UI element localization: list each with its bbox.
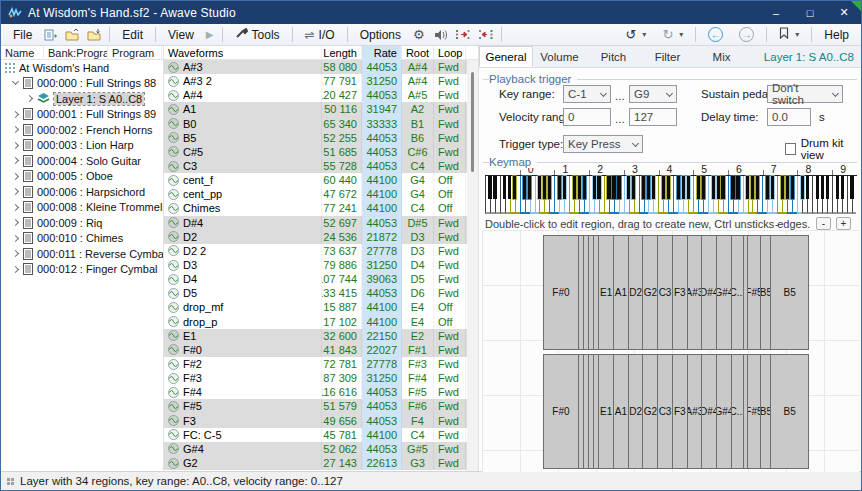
tree-expander-icon[interactable] xyxy=(12,126,19,133)
tab-pitch[interactable]: Pitch xyxy=(587,46,641,67)
black-key[interactable] xyxy=(513,176,516,199)
black-key[interactable] xyxy=(528,176,531,199)
tree-expander-icon[interactable] xyxy=(12,266,19,273)
piano-keymap[interactable] xyxy=(485,175,857,214)
region-segment[interactable]: C... xyxy=(731,236,743,349)
region-editor-grid[interactable]: F#0E1A1D2G2C3F3A#3D#4G#4C...F#5B5B5 F#0E… xyxy=(482,230,859,472)
table-row[interactable]: A150 11631947A2Fwd xyxy=(164,102,478,116)
black-key[interactable] xyxy=(677,176,680,199)
gear-icon[interactable]: ⚙ xyxy=(409,25,429,44)
table-row[interactable]: Chimes77 24144100C4Off xyxy=(164,201,478,215)
tree-expander-icon[interactable] xyxy=(26,95,33,102)
tree-item[interactable]: 000:006 : Harpsichord xyxy=(1,184,163,200)
black-key[interactable] xyxy=(538,176,541,199)
tree-item[interactable]: 000:003 : Lion Harp xyxy=(1,138,163,154)
black-key[interactable] xyxy=(667,176,670,199)
tab-mix[interactable]: Mix xyxy=(695,46,749,67)
drum-kit-view-checkbox[interactable]: Drum kit view xyxy=(785,137,861,161)
black-key[interactable] xyxy=(717,176,720,199)
black-key[interactable] xyxy=(721,176,724,199)
region-segment[interactable]: B5 xyxy=(770,355,808,468)
io-menu[interactable]: ⇌ I/O xyxy=(297,26,343,44)
tree-item[interactable]: 000:011 : Reverse Cymbal xyxy=(1,246,163,262)
tree-item[interactable]: 000:008 : Kleine Trommel xyxy=(1,200,163,216)
file-menu[interactable]: File xyxy=(5,26,40,44)
tree-expander-icon[interactable] xyxy=(12,111,19,118)
sustain-pedal-select[interactable]: Don't switch xyxy=(767,85,843,103)
region-segment[interactable]: F#5 xyxy=(747,355,761,468)
region-segment[interactable]: B5 xyxy=(760,355,770,468)
tree-expander-icon[interactable] xyxy=(12,173,19,180)
region-segment[interactable]: A1 xyxy=(613,236,628,349)
key-range-low-select[interactable]: C-1 xyxy=(563,85,611,103)
black-key[interactable] xyxy=(687,176,690,199)
black-key[interactable] xyxy=(786,176,789,199)
region-segment[interactable]: D2 xyxy=(628,236,643,349)
black-key[interactable] xyxy=(597,176,600,199)
table-row[interactable]: A#358 08044053A#4Fwd xyxy=(164,60,478,74)
table-row[interactable]: drop_p17 10244100E4Off xyxy=(164,315,478,329)
region-segment[interactable]: G2 xyxy=(642,236,657,349)
column-header-length[interactable]: Length xyxy=(322,46,362,60)
black-key[interactable] xyxy=(578,176,581,199)
table-row[interactable]: B552 25544053B6Fwd xyxy=(164,131,478,145)
black-key[interactable] xyxy=(821,176,824,199)
region-segment[interactable]: F#0 xyxy=(544,355,578,468)
table-row[interactable]: FC: C-545 78144100C4Fwd xyxy=(164,428,478,442)
column-header-rate[interactable]: Rate xyxy=(362,46,402,60)
column-header-name[interactable]: Name xyxy=(1,46,44,60)
black-key[interactable] xyxy=(746,176,749,199)
tree-item-layer[interactable]: Layer 1: S A0..C8 xyxy=(1,91,163,107)
black-key[interactable] xyxy=(766,176,769,199)
black-key[interactable] xyxy=(642,176,645,199)
key-range-high-select[interactable]: G9 xyxy=(629,85,677,103)
zoom-out-button[interactable]: - xyxy=(816,217,831,230)
delay-time-input[interactable]: 0.0 xyxy=(767,108,811,126)
black-key[interactable] xyxy=(488,176,491,199)
region-segment[interactable]: G#4 xyxy=(716,355,731,468)
region-segment[interactable]: E1 xyxy=(598,355,613,468)
region-segment[interactable]: C... xyxy=(731,355,743,468)
tree-expander-icon[interactable] xyxy=(12,188,19,195)
black-key[interactable] xyxy=(850,176,853,199)
table-row[interactable]: D379 88631250D4Fwd xyxy=(164,258,478,272)
table-row[interactable]: D#452 69744053D#5Fwd xyxy=(164,216,478,230)
black-key[interactable] xyxy=(702,176,705,199)
region-segment[interactable]: C3 xyxy=(657,355,672,468)
black-key[interactable] xyxy=(493,176,496,199)
region-segment[interactable]: A#3 xyxy=(687,355,702,468)
black-key[interactable] xyxy=(652,176,655,199)
table-row[interactable]: F#041 84322027F#1Fwd xyxy=(164,343,478,357)
scrollbar-thumb[interactable] xyxy=(471,72,474,172)
table-row[interactable]: D224 53621872D3Fwd xyxy=(164,230,478,244)
tree-expander-icon[interactable] xyxy=(12,78,19,85)
black-key[interactable] xyxy=(751,176,754,199)
table-row[interactable]: D4107 74439063D5Fwd xyxy=(164,272,478,286)
region-segment[interactable]: D#4 xyxy=(701,355,716,468)
black-key[interactable] xyxy=(816,176,819,199)
black-key[interactable] xyxy=(771,176,774,199)
black-key[interactable] xyxy=(712,176,715,199)
black-key[interactable] xyxy=(593,176,596,199)
black-key[interactable] xyxy=(736,176,739,199)
region-segment[interactable]: G2 xyxy=(642,355,657,468)
black-key[interactable] xyxy=(627,176,630,199)
region-segment[interactable]: F#5 xyxy=(747,236,761,349)
table-row[interactable]: G#452 06244053G#5Fwd xyxy=(164,442,478,456)
tools-menu[interactable]: Tools xyxy=(227,26,288,44)
black-key[interactable] xyxy=(781,176,784,199)
column-header-waveforms[interactable]: Waveforms xyxy=(164,46,322,60)
region-segment[interactable]: B5 xyxy=(760,236,770,349)
undo-button[interactable]: ↺▾ xyxy=(617,25,654,44)
table-row[interactable]: D5133 41544053D6Fwd xyxy=(164,286,478,300)
black-key[interactable] xyxy=(632,176,635,199)
region-band-lower[interactable]: F#0E1A1D2G2C3F3A#3D#4G#4C...F#5B5B5 xyxy=(543,354,809,469)
table-row[interactable]: cent_pp47 67244100G4Off xyxy=(164,187,478,201)
tree-expander-icon[interactable] xyxy=(12,142,19,149)
play-icon[interactable]: ▶ xyxy=(202,27,218,42)
region-segment[interactable]: C3 xyxy=(657,236,672,349)
column-header-root[interactable]: Root xyxy=(402,46,434,60)
tree-item[interactable]: 000:001 : Full Strings 89 xyxy=(1,107,163,123)
tree-expander-icon[interactable] xyxy=(12,219,19,226)
redo-button[interactable]: ↻▾ xyxy=(654,25,691,44)
